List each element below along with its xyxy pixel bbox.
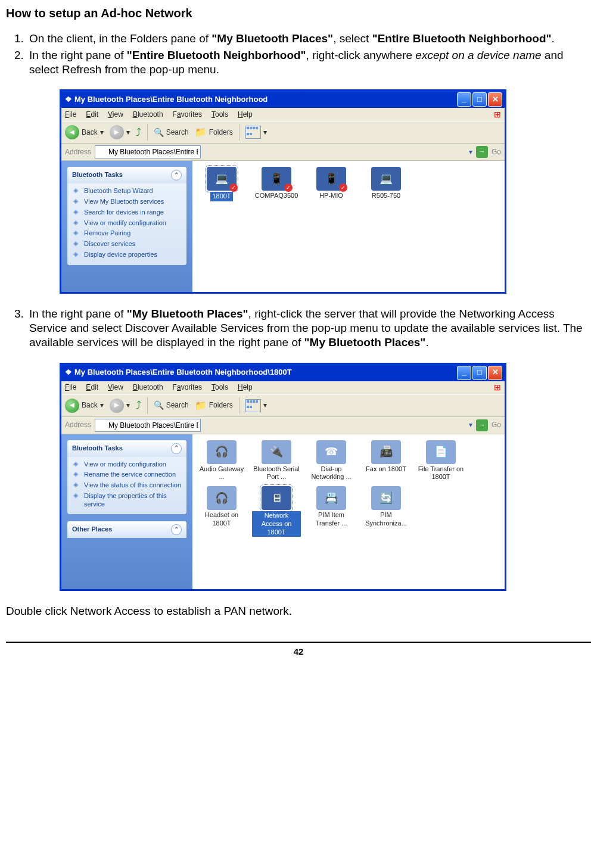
views-button[interactable]: ▾ (245, 126, 267, 139)
tasks-header[interactable]: Bluetooth Tasks ⌃ (67, 440, 186, 457)
service-item[interactable]: 📠Fax on 1800T (362, 440, 410, 482)
other-places-header[interactable]: Other Places ⌃ (67, 521, 186, 538)
menu-favorites[interactable]: Favorites (173, 383, 202, 392)
maximize-button[interactable]: □ (472, 366, 487, 380)
go-button[interactable]: → (476, 419, 488, 431)
device-item[interactable]: 📱✓ COMPAQ3500 (252, 167, 301, 201)
task-item[interactable]: Discover services (72, 239, 182, 250)
go-button[interactable]: → (476, 146, 488, 158)
network-access-icon: 🖥 (262, 486, 291, 510)
menu-tools[interactable]: Tools (211, 110, 228, 119)
service-item[interactable]: 🔌Bluetooth Serial Port ... (252, 440, 301, 482)
menubar: File Edit View Bluetooth Favorites Tools… (61, 108, 505, 122)
closing-instruction: Double click Network Access to establish… (6, 604, 591, 618)
section-heading: How to setup an Ad-hoc Network (6, 6, 591, 21)
menu-bluetooth[interactable]: Bluetooth (133, 383, 163, 392)
serial-port-icon: 🔌 (262, 440, 291, 464)
service-item[interactable]: ☎Dial-up Networking ... (307, 440, 356, 482)
address-input[interactable] (95, 419, 201, 432)
address-dropdown-icon[interactable]: ▾ (469, 421, 472, 430)
folders-button[interactable]: 📁Folders (195, 400, 233, 412)
service-label: Audio Gateway ... (200, 465, 244, 481)
back-button[interactable]: ◄Back ▾ (65, 399, 104, 413)
task-item[interactable]: Display device properties (72, 250, 182, 260)
maximize-button[interactable]: □ (472, 92, 487, 107)
laptop-icon: 💻✓ (207, 167, 237, 191)
task-item[interactable]: Remove Pairing (72, 228, 182, 239)
service-item[interactable]: 🎧Audio Gateway ... (197, 440, 246, 482)
service-item[interactable]: 🎧Headset on 1800T (197, 486, 246, 537)
menu-edit[interactable]: Edit (86, 110, 98, 119)
file-transfer-icon: 📄 (426, 440, 456, 464)
collapse-icon[interactable]: ⌃ (171, 443, 182, 454)
collapse-icon[interactable]: ⌃ (171, 170, 182, 181)
task-item[interactable]: Search for devices in range (72, 207, 182, 218)
task-item[interactable]: Bluetooth Setup Wizard (72, 186, 182, 197)
search-button[interactable]: 🔍Search (154, 400, 189, 411)
device-item[interactable]: 📱✓ HP-MIO (307, 167, 356, 201)
dialup-icon: ☎ (316, 440, 346, 464)
task-item[interactable]: View or modify configuration (72, 459, 182, 470)
task-item[interactable]: View My Bluetooth services (72, 197, 182, 207)
service-label: Bluetooth Serial Port ... (253, 465, 300, 481)
bluetooth-icon: ❖ (65, 95, 72, 104)
collapse-icon[interactable]: ⌃ (171, 524, 182, 535)
titlebar[interactable]: ❖ My Bluetooth Places\Entire Bluetooth N… (61, 365, 505, 381)
address-input[interactable] (95, 145, 201, 158)
service-item[interactable]: 📇PIM Item Transfer ... (307, 486, 356, 537)
window-body: Bluetooth Tasks ⌃ View or modify configu… (61, 434, 505, 589)
step-1: On the client, in the Folders pane of "M… (27, 32, 591, 46)
content-pane[interactable]: 💻✓ 1800T 📱✓ COMPAQ3500 📱✓ HP-MIO 💻 R505-… (192, 161, 505, 292)
close-button[interactable]: ✕ (488, 92, 502, 107)
content-pane[interactable]: 🎧Audio Gateway ... 🔌Bluetooth Serial Por… (192, 434, 505, 589)
service-label: Dial-up Networking ... (311, 465, 351, 481)
minimize-button[interactable]: _ (457, 366, 471, 380)
up-icon[interactable]: ⤴ (136, 399, 141, 412)
step2-pre: In the right pane of (29, 49, 127, 61)
step1-b1: "My Bluetooth Places" (211, 32, 333, 45)
service-label: Fax on 1800T (366, 465, 406, 472)
menu-file[interactable]: File (65, 110, 76, 119)
back-button[interactable]: ◄Back ▾ (65, 125, 104, 139)
menu-file[interactable]: File (65, 383, 76, 392)
menu-favorites[interactable]: Favorites (173, 110, 202, 119)
service-item[interactable]: 🔄PIM Synchroniza... (362, 486, 410, 537)
pim-item-icon: 📇 (316, 486, 346, 510)
up-icon[interactable]: ⤴ (136, 126, 141, 139)
menu-help[interactable]: Help (238, 110, 253, 119)
menu-help[interactable]: Help (238, 383, 253, 392)
views-button[interactable]: ▾ (245, 399, 267, 412)
device-item[interactable]: 💻✓ 1800T (197, 167, 246, 201)
task-item[interactable]: View or modify configuration (72, 218, 182, 229)
tasks-header[interactable]: Bluetooth Tasks ⌃ (67, 167, 186, 183)
titlebar[interactable]: ❖ My Bluetooth Places\Entire Bluetooth N… (61, 91, 505, 108)
menu-tools[interactable]: Tools (211, 383, 228, 392)
window-title: My Bluetooth Places\Entire Bluetooth Nei… (74, 368, 292, 377)
folders-button[interactable]: 📁Folders (195, 126, 233, 138)
close-button[interactable]: ✕ (488, 366, 502, 380)
menu-bluetooth[interactable]: Bluetooth (133, 110, 163, 119)
menu-view[interactable]: View (108, 110, 123, 119)
device-label: HP-MIO (319, 192, 343, 199)
address-dropdown-icon[interactable]: ▾ (469, 148, 472, 157)
forward-icon: ► (110, 399, 124, 413)
task-item[interactable]: Rename the service connection (72, 469, 182, 480)
views-icon (245, 399, 261, 412)
step1-post: . (552, 32, 555, 45)
step3-pre: In the right pane of (29, 307, 127, 320)
service-item[interactable]: 📄File Transfer on 1800T (416, 440, 465, 482)
instruction-list: On the client, in the Folders pane of "M… (6, 32, 591, 76)
task-item[interactable]: Display the properties of this service (72, 491, 182, 510)
menu-view[interactable]: View (108, 383, 123, 392)
xp-window-2: ❖ My Bluetooth Places\Entire Bluetooth N… (60, 363, 506, 591)
device-item[interactable]: 💻 R505-750 (362, 167, 410, 201)
forward-button[interactable]: ► ▾ (110, 125, 130, 139)
service-item[interactable]: 🖥Network Access on 1800T (252, 486, 301, 537)
folders-label: Folders (209, 128, 233, 137)
forward-button[interactable]: ► ▾ (110, 399, 130, 413)
search-button[interactable]: 🔍Search (154, 127, 189, 138)
task-item[interactable]: View the status of this connection (72, 480, 182, 491)
minimize-button[interactable]: _ (457, 92, 471, 107)
back-icon: ◄ (65, 125, 79, 139)
menu-edit[interactable]: Edit (86, 383, 98, 392)
